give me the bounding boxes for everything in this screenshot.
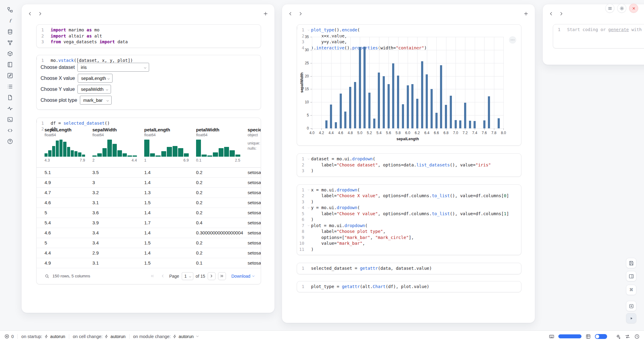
- cell-dataframe[interactable]: 1df = selected_dataset()2df sepalLengthf…: [36, 118, 261, 284]
- add-cell-button[interactable]: [521, 9, 531, 18]
- last-page-button[interactable]: [218, 272, 226, 280]
- panel-layout-button[interactable]: [626, 271, 636, 281]
- on-module-change-setting[interactable]: on module change: autorun: [133, 334, 200, 339]
- code-icon[interactable]: [4, 125, 16, 136]
- first-page-button[interactable]: [148, 272, 156, 280]
- code-line[interactable]: 7plot = mo.ui.dropdown(: [297, 223, 521, 229]
- next-page-button[interactable]: [208, 272, 216, 280]
- code-editor[interactable]: 1plot_type = getattr(alt.Chart(df), plot…: [297, 281, 521, 292]
- column-move-right-button[interactable]: [557, 9, 566, 18]
- code-line[interactable]: 2 label="Choose X value", options=df.col…: [297, 193, 521, 199]
- datasources-icon[interactable]: [4, 26, 16, 37]
- packages-icon[interactable]: [4, 48, 16, 59]
- terminal-icon[interactable]: [4, 114, 16, 125]
- chart-actions-button[interactable]: [509, 36, 516, 44]
- documentation-icon[interactable]: [4, 59, 16, 70]
- code-line[interactable]: 11): [297, 247, 521, 253]
- cell-imports[interactable]: 1import marimo as mo2import altair as al…: [36, 24, 261, 48]
- help-icon[interactable]: [4, 136, 16, 147]
- search-icon[interactable]: [45, 274, 49, 279]
- code-editor[interactable]: 1df = selected_dataset()2df: [37, 118, 37, 123]
- code-editor[interactable]: 1import marimo as mo2import altair as al…: [37, 25, 261, 48]
- column-header[interactable]: sepalLengthfloat644.37.9: [37, 127, 92, 162]
- code-line[interactable]: 2 label="Choose dataset", options=data.l…: [297, 162, 521, 168]
- download-button[interactable]: Download: [231, 274, 255, 279]
- code-line[interactable]: 1mo.vstack([dataset, x, y, plot]): [37, 58, 37, 64]
- cell-empty[interactable]: 1 Start coding or generate with: [553, 24, 644, 48]
- plot-type-select[interactable]: mark_bar: [80, 96, 112, 105]
- shutdown-button[interactable]: [629, 4, 638, 13]
- save-button[interactable]: [626, 258, 636, 268]
- code-editor[interactable]: 1selected_dataset = getattr(data, datase…: [297, 263, 521, 274]
- history-icon[interactable]: [634, 334, 640, 339]
- cell-dataset-dropdown[interactable]: 1dataset = mo.ui.dropdown(2 label="Choos…: [297, 153, 521, 177]
- fold-chevron-icon[interactable]: [306, 223, 311, 229]
- sparkles-icon[interactable]: [615, 334, 621, 339]
- code-line[interactable]: 2import altair as alt: [37, 33, 261, 39]
- code-line[interactable]: 4y = mo.ui.dropdown(: [297, 205, 521, 211]
- cell-plot[interactable]: 1plot_type().encode(2 x=x.value,3 y=y.va…: [297, 24, 521, 146]
- column-move-left-button[interactable]: [25, 9, 34, 18]
- column-header[interactable]: speciesobjectunique:nulls:: [248, 127, 261, 151]
- prev-page-button[interactable]: [159, 272, 167, 280]
- app-frame-button[interactable]: [626, 301, 636, 311]
- column-header[interactable]: petalLengthfloat6416.9: [144, 127, 196, 162]
- page-select[interactable]: 1: [182, 272, 193, 280]
- cell-plot-type[interactable]: 1plot_type = getattr(alt.Chart(df), plot…: [297, 281, 521, 293]
- dataset-select[interactable]: iris: [77, 63, 149, 72]
- column-move-right-button[interactable]: [296, 9, 305, 18]
- code-line[interactable]: 9 options=["mark_bar", "mark_circle"],: [297, 235, 521, 241]
- fold-chevron-icon[interactable]: [306, 205, 311, 211]
- run-button[interactable]: [626, 313, 636, 323]
- outline-icon[interactable]: [4, 81, 16, 92]
- shuffle-icon[interactable]: [625, 334, 630, 339]
- editor-placeholder[interactable]: Start coding or generate with: [567, 27, 642, 33]
- code-line[interactable]: 1import marimo as mo: [37, 27, 261, 33]
- on-cell-change-setting[interactable]: on cell change: autorun: [73, 334, 126, 339]
- x-value-select[interactable]: sepalLength: [78, 74, 113, 83]
- code-line[interactable]: 3from vega_datasets import data: [37, 39, 261, 45]
- cell-selected-dataset[interactable]: 1selected_dataset = getattr(data, datase…: [297, 263, 521, 274]
- cell-vstack[interactable]: 1mo.vstack([dataset, x, y, plot]) Choose…: [36, 55, 261, 110]
- column-move-left-button[interactable]: [546, 9, 556, 18]
- column-move-right-button[interactable]: [36, 9, 45, 18]
- code-line[interactable]: 3): [297, 168, 521, 174]
- code-editor[interactable]: 1plot_type().encode(2 x=x.value,3 y=y.va…: [297, 25, 297, 30]
- code-line[interactable]: 1x = mo.ui.dropdown(: [297, 187, 521, 193]
- code-editor[interactable]: 1dataset = mo.ui.dropdown(2 label="Choos…: [297, 154, 521, 176]
- code-line[interactable]: 8 label="Choose plot type",: [297, 229, 521, 235]
- fold-chevron-icon[interactable]: [306, 156, 311, 162]
- column-header[interactable]: petalWidthfloat640.12.5: [196, 127, 248, 162]
- snippets-icon[interactable]: [4, 92, 16, 103]
- code-line[interactable]: 1df = selected_dataset(): [37, 120, 37, 126]
- code-line[interactable]: 1selected_dataset = getattr(data, datase…: [297, 265, 521, 272]
- fold-chevron-icon[interactable]: [306, 187, 311, 193]
- dependency-graph-icon[interactable]: [4, 37, 16, 48]
- y-value-select[interactable]: sepalWidth: [77, 85, 111, 94]
- keyboard-icon[interactable]: [549, 334, 554, 339]
- settings-button[interactable]: [617, 4, 626, 13]
- on-startup-setting[interactable]: on startup: autorun: [21, 334, 65, 339]
- notebook-tree-icon[interactable]: [4, 4, 16, 15]
- code-line[interactable]: 1dataset = mo.ui.dropdown(: [297, 156, 521, 162]
- cell-xy-dropdowns[interactable]: 1x = mo.ui.dropdown(2 label="Choose X va…: [297, 184, 521, 255]
- code-editor[interactable]: 1mo.vstack([dataset, x, y, plot]): [37, 55, 37, 60]
- grid-icon[interactable]: [585, 334, 591, 339]
- code-line[interactable]: 6): [297, 217, 521, 223]
- menu-button[interactable]: [605, 4, 614, 13]
- logs-icon[interactable]: [4, 103, 16, 114]
- functions-icon[interactable]: f: [4, 15, 16, 26]
- generate-link[interactable]: generate: [608, 27, 629, 32]
- column-header[interactable]: sepalWidthfloat6424.4: [92, 127, 144, 162]
- toggle-switch[interactable]: [595, 334, 607, 339]
- code-editor[interactable]: 1x = mo.ui.dropdown(2 label="Choose X va…: [297, 185, 521, 255]
- error-indicator[interactable]: 0: [4, 334, 14, 339]
- command-palette-button[interactable]: ⌘: [626, 285, 636, 295]
- column-move-left-button[interactable]: [286, 9, 295, 18]
- add-cell-button[interactable]: [261, 9, 270, 18]
- code-line[interactable]: 3): [297, 199, 521, 205]
- code-line[interactable]: 1plot_type = getattr(alt.Chart(df), plot…: [297, 284, 521, 290]
- code-line[interactable]: 10 value="mark_bar",: [297, 240, 521, 247]
- code-line[interactable]: 5 label="Choose Y value", options=df.col…: [297, 211, 521, 217]
- scratchpad-icon[interactable]: [4, 70, 16, 81]
